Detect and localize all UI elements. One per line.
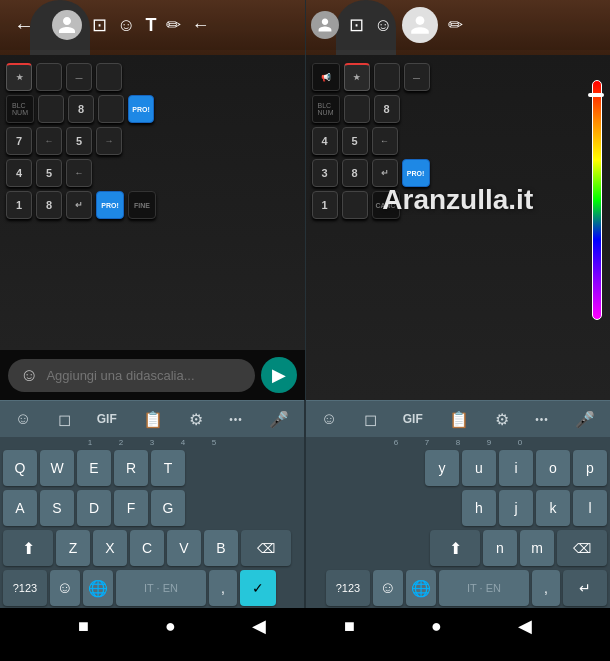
send-button[interactable]: ▶ xyxy=(261,357,297,393)
circle-nav-left[interactable]: ● xyxy=(165,616,176,637)
key-u-r[interactable]: u xyxy=(462,450,496,486)
key-o-r[interactable]: o xyxy=(536,450,570,486)
key-k-r[interactable]: k xyxy=(536,490,570,526)
key-i-r[interactable]: i xyxy=(499,450,533,486)
shift-key-right[interactable]: ⬆ xyxy=(430,530,480,566)
back-nav-right[interactable]: ◀ xyxy=(518,615,532,637)
key-g[interactable]: G xyxy=(151,490,185,526)
settings-kb-left[interactable]: ⚙ xyxy=(185,410,207,429)
key-q[interactable]: Q xyxy=(3,450,37,486)
key-d[interactable]: D xyxy=(77,490,111,526)
emoji-bottom-left[interactable]: ☺ xyxy=(50,570,80,606)
crop-icon-left[interactable]: ⊡ xyxy=(92,14,107,36)
delete-key-left[interactable]: ⌫ xyxy=(241,530,291,566)
clipboard-kb-left[interactable]: 📋 xyxy=(139,410,167,429)
key-r[interactable]: R xyxy=(114,450,148,486)
key-f[interactable]: F xyxy=(114,490,148,526)
emoji-kb-left[interactable]: ☺ xyxy=(11,410,35,428)
voice-kb-right[interactable]: 🎤 xyxy=(571,410,599,429)
more-kb-left[interactable]: ••• xyxy=(225,414,247,425)
circle-nav-right[interactable]: ● xyxy=(431,616,442,637)
undo-icon-left[interactable]: ← xyxy=(191,15,209,36)
nav-bar: ■ ● ◀ ■ ● ◀ xyxy=(0,608,610,644)
num-key-right[interactable]: ?123 xyxy=(326,570,370,606)
globe-key-right[interactable]: 🌐 xyxy=(406,570,436,606)
key-n-r[interactable]: n xyxy=(483,530,517,566)
key-t[interactable]: T xyxy=(151,450,185,486)
crop-icon-right[interactable]: ⊡ xyxy=(349,14,364,36)
key-l-r[interactable]: l xyxy=(573,490,607,526)
key-v[interactable]: V xyxy=(167,530,201,566)
more-kb-right[interactable]: ••• xyxy=(531,414,553,425)
enter-key-right[interactable]: ↵ xyxy=(563,570,607,606)
sticker-kb-left[interactable]: ◻ xyxy=(54,410,75,429)
key-h-r[interactable]: h xyxy=(462,490,496,526)
square-nav-left[interactable]: ■ xyxy=(78,616,89,637)
key-m-r[interactable]: m xyxy=(520,530,554,566)
avatar-right-white xyxy=(402,7,438,43)
key-c[interactable]: C xyxy=(130,530,164,566)
back-button[interactable]: ← xyxy=(6,7,42,43)
key-w[interactable]: W xyxy=(40,450,74,486)
pen-icon-left[interactable]: ✏ xyxy=(166,14,181,36)
key-j-r[interactable]: j xyxy=(499,490,533,526)
gif-kb-right[interactable]: GIF xyxy=(399,412,427,426)
delete-key-right[interactable]: ⌫ xyxy=(557,530,607,566)
key-b[interactable]: B xyxy=(204,530,238,566)
avatar-right-gray xyxy=(311,11,339,39)
clipboard-kb-right[interactable]: 📋 xyxy=(445,410,473,429)
emoji-caption-icon[interactable]: ☺ xyxy=(20,365,38,386)
key-s[interactable]: S xyxy=(40,490,74,526)
space-key-right[interactable]: IT · EN xyxy=(439,570,529,606)
checkmark-key[interactable]: ✓ xyxy=(240,570,276,606)
pen-icon-right[interactable]: ✏ xyxy=(448,14,463,36)
color-picker-bar[interactable] xyxy=(592,80,602,320)
key-z[interactable]: Z xyxy=(56,530,90,566)
settings-kb-right[interactable]: ⚙ xyxy=(491,410,513,429)
comma-key-right[interactable]: , xyxy=(532,570,560,606)
watermark-text: Aranzulla.it xyxy=(382,184,533,216)
caption-input[interactable] xyxy=(46,368,242,383)
key-p-r[interactable]: p xyxy=(573,450,607,486)
num-key-left[interactable]: ?123 xyxy=(3,570,47,606)
text-icon-left[interactable]: T xyxy=(145,15,156,36)
key-a[interactable]: A xyxy=(3,490,37,526)
globe-key-left[interactable]: 🌐 xyxy=(83,570,113,606)
mic-kb-left[interactable]: 🎤 xyxy=(265,410,293,429)
key-e[interactable]: E xyxy=(77,450,111,486)
space-key-left[interactable]: IT · EN xyxy=(116,570,206,606)
gif-kb-left[interactable]: GIF xyxy=(93,412,121,426)
square-nav-right[interactable]: ■ xyxy=(344,616,355,637)
emoji-kb-right[interactable]: ☺ xyxy=(317,410,341,428)
key-x[interactable]: X xyxy=(93,530,127,566)
sticker-kb-right[interactable]: ◻ xyxy=(360,410,381,429)
shift-key-left[interactable]: ⬆ xyxy=(3,530,53,566)
key-y-r[interactable]: y xyxy=(425,450,459,486)
emoji-bottom-right[interactable]: ☺ xyxy=(373,570,403,606)
emoji-icon-left[interactable]: ☺ xyxy=(117,15,135,36)
comma-key-left[interactable]: , xyxy=(209,570,237,606)
back-nav-left[interactable]: ◀ xyxy=(252,615,266,637)
emoji-icon-right[interactable]: ☺ xyxy=(374,15,392,36)
avatar-left xyxy=(52,10,82,40)
